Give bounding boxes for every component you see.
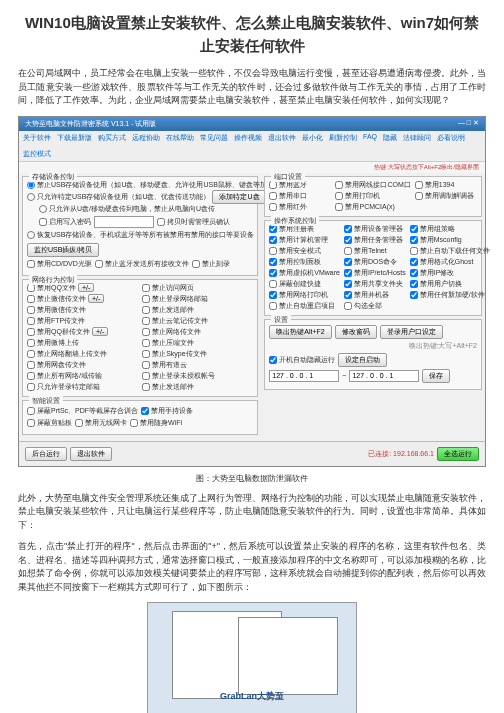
chk-item[interactable]: 禁用FTP传文件 bbox=[27, 316, 138, 326]
disable-burn[interactable]: 禁止刻录 bbox=[192, 259, 230, 269]
chk-item[interactable]: 禁用微博上传 bbox=[27, 338, 138, 348]
chk-item[interactable]: 禁用共享文件夹 bbox=[344, 279, 406, 289]
admin-confirm[interactable]: 拷贝时需管理员确认 bbox=[157, 217, 230, 227]
chk-item[interactable]: 禁用红外 bbox=[269, 202, 331, 212]
chk-item[interactable]: 禁用计算机管理 bbox=[269, 235, 340, 245]
chk-item[interactable]: 禁止发送邮件 bbox=[142, 305, 253, 315]
sub-copy-opt[interactable]: 只允许从U盘/移动硬盘传到电脑，禁止从电脑向U盘传 bbox=[39, 204, 253, 214]
chk-item[interactable]: 禁用控制面板 bbox=[269, 257, 340, 267]
chk-item[interactable]: 禁用IP修改 bbox=[410, 268, 490, 278]
chk-item[interactable]: 禁用PCMCIA(x) bbox=[335, 202, 410, 212]
radio-allow-usb[interactable]: 只允许特定USB存储设备使用（如U盘、优盘传送功能） 添加特定U盘 bbox=[27, 190, 253, 204]
para-3: 首先，点击"禁止打开的程序"，然后点击界面的"+"，然后系统可以设置禁止安装的程… bbox=[18, 540, 486, 594]
chk-item[interactable]: 禁用微信传文件 bbox=[27, 305, 138, 315]
menu-item[interactable]: 刷新控制 bbox=[329, 133, 357, 143]
menu-item[interactable]: 最小化 bbox=[302, 133, 323, 143]
chk-item[interactable]: 禁用Telnet bbox=[344, 246, 406, 256]
save-button[interactable]: 保存 bbox=[422, 369, 450, 383]
enable-pwd[interactable]: 启用写入密码 bbox=[39, 217, 91, 227]
chk-item[interactable]: 禁用任何新加硬/软件 bbox=[410, 290, 490, 300]
group-title: 存储设备控制 bbox=[29, 172, 77, 182]
menu-item[interactable]: 在线帮助 bbox=[166, 133, 194, 143]
chk-portable-wifi[interactable]: 禁用随身WiFi bbox=[130, 418, 182, 428]
menu-item[interactable]: 远程协助 bbox=[132, 133, 160, 143]
chk-item[interactable]: 禁用1394 bbox=[415, 180, 477, 190]
chk-item[interactable]: 禁止微信传文件 +/- bbox=[27, 294, 138, 304]
chk-item[interactable]: 禁止压缩文件 bbox=[142, 338, 253, 348]
chk-item[interactable]: 禁用QQ群传文件 +/- bbox=[27, 327, 138, 337]
chk-item[interactable]: 禁用打印机 bbox=[335, 191, 410, 201]
chk-item[interactable]: 禁止网络传文件 bbox=[142, 327, 253, 337]
run-bg-button[interactable]: 后台运行 bbox=[25, 447, 67, 461]
plus-minus-button[interactable]: +/- bbox=[78, 283, 94, 292]
pwd-input[interactable] bbox=[94, 216, 154, 228]
chk-item[interactable]: 禁用网线接口COM口 bbox=[335, 180, 410, 190]
login-config-button[interactable]: 登录用户口设定 bbox=[380, 325, 443, 339]
disable-bt-file[interactable]: 禁止蓝牙发送所有接收文件 bbox=[95, 259, 189, 269]
chk-item[interactable]: 只允许登录特定邮箱 bbox=[27, 382, 138, 392]
chk-item[interactable]: 禁止Skype传文件 bbox=[142, 349, 253, 359]
menu-item[interactable]: FAQ bbox=[363, 133, 377, 143]
chk-item[interactable]: 禁止访问网页 bbox=[142, 283, 253, 293]
run-all-button[interactable]: 全选运行 bbox=[437, 447, 479, 461]
ip-input-1[interactable] bbox=[269, 370, 339, 382]
add-udisk-button[interactable]: 添加特定U盘 bbox=[212, 190, 266, 204]
boot-button[interactable]: 设定自启动 bbox=[338, 353, 387, 367]
chk-item[interactable]: 禁用有道云 bbox=[142, 360, 253, 370]
menu-item[interactable]: 操作视频 bbox=[234, 133, 262, 143]
menu-item[interactable]: 隐藏 bbox=[383, 133, 397, 143]
chk-item[interactable]: 禁用调制解调器 bbox=[415, 191, 477, 201]
menu-item[interactable]: 监控模式 bbox=[23, 149, 51, 159]
chk-clipboard[interactable]: 屏蔽剪贴板 bbox=[27, 418, 72, 428]
chk-wifi-card[interactable]: 禁用无线网卡 bbox=[75, 418, 127, 428]
menu-item[interactable]: 必看说明 bbox=[437, 133, 465, 143]
chk-item[interactable]: 禁止登录网络邮箱 bbox=[142, 294, 253, 304]
window-controls[interactable]: — □ ✕ bbox=[458, 119, 479, 129]
app-title: 大势至电脑文件防泄密系统 V13.1 - 试用版 bbox=[25, 119, 156, 129]
disable-cd[interactable]: 禁用CD/DVD光驱 bbox=[27, 259, 92, 269]
chk-item[interactable]: 禁用串口 bbox=[269, 191, 331, 201]
page-title: WIN10电脑设置禁止安装软件、怎么禁止电脑安装软件、win7如何禁止安装任何软… bbox=[18, 12, 486, 57]
chk-handheld[interactable]: 禁用手持设备 bbox=[141, 406, 193, 416]
chk-item[interactable]: 勾选全部 bbox=[344, 301, 406, 311]
chk-item[interactable]: 禁止云笔记传文件 bbox=[142, 316, 253, 326]
chk-item[interactable]: 屏蔽创建快捷 bbox=[269, 279, 340, 289]
chk-item[interactable]: 禁用用户切换 bbox=[410, 279, 490, 289]
menu-item[interactable]: 退出软件 bbox=[268, 133, 296, 143]
change-pwd-button[interactable]: 修改窗码 bbox=[335, 325, 377, 339]
chk-autohide[interactable]: 开机自动隐藏运行 bbox=[269, 355, 335, 365]
chk-item[interactable]: 禁用任务管理器 bbox=[344, 235, 406, 245]
chk-item[interactable]: 禁用并机器 bbox=[344, 290, 406, 300]
hotkey-button[interactable]: 唤出热键Alt+F2 bbox=[269, 325, 331, 339]
chk-prtsc[interactable]: 屏蔽PrtSc、PDF等截屏存合训合 bbox=[27, 406, 138, 416]
menu-item[interactable]: 关于软件 bbox=[23, 133, 51, 143]
menu-item[interactable]: 下载最新版 bbox=[57, 133, 92, 143]
chk-item[interactable]: 禁用网络打印机 bbox=[269, 290, 340, 300]
plus-minus-button[interactable]: +/- bbox=[88, 294, 104, 303]
chk-item[interactable]: 禁用IP/etc/Hosts bbox=[344, 268, 406, 278]
menu-item[interactable]: 购买方式 bbox=[98, 133, 126, 143]
chk-item[interactable]: 禁止所有网络/域传输 bbox=[27, 371, 138, 381]
chk-item[interactable]: 禁用格式化Ghost bbox=[410, 257, 490, 267]
chk-item[interactable]: 禁用安全模式 bbox=[269, 246, 340, 256]
ip-input-2[interactable] bbox=[349, 370, 419, 382]
chk-item[interactable]: 禁用组策略 bbox=[410, 224, 490, 234]
chk-item[interactable]: 禁用DOS命令 bbox=[344, 257, 406, 267]
upload-group: 网络行为控制 禁用QQ文件 +/- 禁止访问网页 禁止微信传文件 +/- 禁止登… bbox=[22, 279, 258, 397]
menu-item[interactable]: 常见问题 bbox=[200, 133, 228, 143]
chk-item[interactable]: 禁止登录未授权帐号 bbox=[142, 371, 253, 381]
menu-item[interactable]: 法律顾问 bbox=[403, 133, 431, 143]
monitor-usb-button[interactable]: 监控USB插拔/拷贝 bbox=[27, 243, 99, 257]
chk-item[interactable]: 禁止自动下载任何文件 bbox=[410, 246, 490, 256]
chk-item[interactable]: 禁止自动重启项目 bbox=[269, 301, 340, 311]
chk-item[interactable]: 禁用虚拟机VMware bbox=[269, 268, 340, 278]
chk-item[interactable]: 禁止发送邮件 bbox=[142, 382, 253, 392]
chk-item[interactable]: 禁用Msconfig bbox=[410, 235, 490, 245]
chk-item[interactable]: 禁用设备管理器 bbox=[344, 224, 406, 234]
chk-item[interactable]: 禁用网盘传文件 bbox=[27, 360, 138, 370]
chk-item[interactable]: 禁止网络翻墙上传文件 bbox=[27, 349, 138, 359]
exit-button[interactable]: 退出软件 bbox=[70, 447, 112, 461]
plus-minus-button[interactable]: +/- bbox=[92, 327, 108, 336]
conn-status: 已连接: 192.168.66.1 bbox=[368, 449, 434, 459]
restore-usb[interactable]: 恢复USB存储设备、手机或蓝牙等等所有被禁用有禁用的接口等要设备 bbox=[27, 230, 254, 240]
